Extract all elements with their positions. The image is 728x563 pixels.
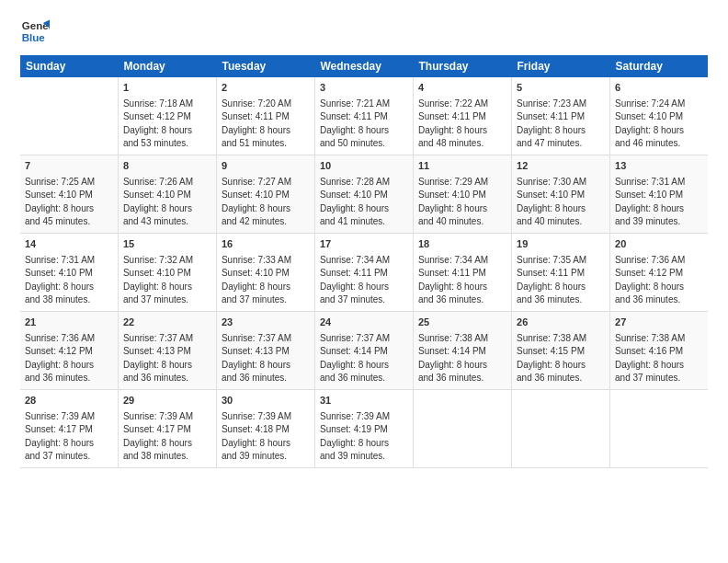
cell-week3-day4: 25Sunrise: 7:38 AMSunset: 4:14 PMDayligh… (414, 311, 512, 389)
cell-content: Sunrise: 7:33 AMSunset: 4:10 PMDaylight:… (222, 254, 310, 307)
cell-line: and 47 minutes. (517, 137, 605, 151)
cell-content: Sunrise: 7:37 AMSunset: 4:14 PMDaylight:… (320, 332, 408, 385)
cell-week1-day2: 9Sunrise: 7:27 AMSunset: 4:10 PMDaylight… (216, 155, 314, 233)
cell-line: Sunrise: 7:38 AM (615, 332, 703, 346)
cell-line: Sunrise: 7:26 AM (123, 176, 211, 190)
calendar-body: 1Sunrise: 7:18 AMSunset: 4:12 PMDaylight… (20, 77, 708, 467)
cell-content: Sunrise: 7:23 AMSunset: 4:11 PMDaylight:… (517, 98, 605, 151)
cell-line: Sunset: 4:10 PM (320, 189, 408, 202)
cell-line: Daylight: 8 hours (123, 202, 211, 216)
cell-line: and 36 minutes. (517, 372, 605, 385)
cell-week1-day6: 13Sunrise: 7:31 AMSunset: 4:10 PMDayligh… (610, 155, 708, 233)
cell-line: Daylight: 8 hours (25, 437, 113, 451)
cell-week3-day6: 27Sunrise: 7:38 AMSunset: 4:16 PMDayligh… (610, 311, 708, 389)
cell-week1-day0: 7Sunrise: 7:25 AMSunset: 4:10 PMDaylight… (20, 155, 118, 233)
cell-week4-day5 (512, 389, 610, 467)
cell-line: and 36 minutes. (123, 372, 211, 385)
cell-week0-day6: 6Sunrise: 7:24 AMSunset: 4:10 PMDaylight… (610, 77, 708, 155)
cell-week1-day4: 11Sunrise: 7:29 AMSunset: 4:10 PMDayligh… (414, 155, 512, 233)
header-row: SundayMondayTuesdayWednesdayThursdayFrid… (20, 55, 708, 77)
cell-week4-day2: 30Sunrise: 7:39 AMSunset: 4:18 PMDayligh… (216, 389, 314, 467)
day-number: 10 (320, 159, 408, 174)
col-header-wednesday: Wednesday (314, 55, 413, 77)
cell-content: Sunrise: 7:20 AMSunset: 4:11 PMDaylight:… (222, 98, 310, 151)
cell-content: Sunrise: 7:25 AMSunset: 4:10 PMDaylight:… (25, 176, 113, 229)
cell-line: Sunset: 4:10 PM (25, 189, 113, 202)
cell-line: Daylight: 8 hours (320, 281, 408, 294)
day-number: 21 (25, 316, 113, 330)
day-number: 1 (123, 81, 211, 96)
cell-line: and 36 minutes. (320, 372, 408, 385)
cell-line: Sunrise: 7:39 AM (320, 410, 408, 424)
cell-line: Daylight: 8 hours (320, 437, 408, 451)
day-number: 25 (418, 316, 506, 330)
col-header-tuesday: Tuesday (216, 55, 314, 77)
day-number: 20 (615, 237, 703, 252)
cell-line: Sunrise: 7:29 AM (418, 176, 506, 190)
cell-line: Sunset: 4:11 PM (320, 110, 408, 124)
day-number: 22 (123, 316, 211, 330)
cell-line: Sunrise: 7:39 AM (222, 410, 310, 424)
col-header-monday: Monday (118, 55, 216, 77)
cell-line: Daylight: 8 hours (222, 359, 310, 373)
cell-line: and 42 minutes. (222, 215, 310, 229)
cell-week2-day2: 16Sunrise: 7:33 AMSunset: 4:10 PMDayligh… (216, 233, 314, 311)
cell-week0-day4: 4Sunrise: 7:22 AMSunset: 4:11 PMDaylight… (414, 77, 512, 155)
cell-line: Sunset: 4:15 PM (517, 345, 605, 359)
cell-week0-day3: 3Sunrise: 7:21 AMSunset: 4:11 PMDaylight… (314, 77, 413, 155)
cell-line: Sunrise: 7:31 AM (615, 176, 703, 190)
cell-line: Sunset: 4:17 PM (123, 423, 211, 437)
cell-line: and 36 minutes. (222, 372, 310, 385)
cell-line: Daylight: 8 hours (517, 281, 605, 294)
cell-line: Sunrise: 7:33 AM (222, 254, 310, 268)
cell-week1-day3: 10Sunrise: 7:28 AMSunset: 4:10 PMDayligh… (314, 155, 413, 233)
day-number: 13 (615, 159, 703, 174)
cell-line: Daylight: 8 hours (320, 124, 408, 138)
cell-line: Sunset: 4:10 PM (222, 189, 310, 202)
cell-line: and 39 minutes. (222, 450, 310, 464)
cell-line: Sunrise: 7:36 AM (615, 254, 703, 268)
day-number: 29 (123, 394, 211, 408)
cell-line: Daylight: 8 hours (123, 437, 211, 451)
cell-content: Sunrise: 7:36 AMSunset: 4:12 PMDaylight:… (615, 254, 703, 307)
day-number: 27 (615, 316, 703, 330)
cell-content: Sunrise: 7:38 AMSunset: 4:15 PMDaylight:… (517, 332, 605, 385)
cell-line: and 37 minutes. (123, 293, 211, 307)
cell-line: Daylight: 8 hours (123, 124, 211, 138)
cell-line: Sunrise: 7:31 AM (25, 254, 113, 268)
week-row-0: 1Sunrise: 7:18 AMSunset: 4:12 PMDaylight… (20, 77, 708, 155)
cell-line: Sunrise: 7:30 AM (517, 176, 605, 190)
cell-line: Sunset: 4:12 PM (615, 267, 703, 281)
cell-content: Sunrise: 7:35 AMSunset: 4:11 PMDaylight:… (517, 254, 605, 307)
cell-line: and 45 minutes. (25, 215, 113, 229)
cell-line: and 40 minutes. (418, 215, 506, 229)
cell-line: Daylight: 8 hours (517, 202, 605, 216)
cell-content: Sunrise: 7:30 AMSunset: 4:10 PMDaylight:… (517, 176, 605, 229)
cell-line: and 43 minutes. (123, 215, 211, 229)
cell-line: Sunrise: 7:34 AM (320, 254, 408, 268)
cell-content: Sunrise: 7:24 AMSunset: 4:10 PMDaylight:… (615, 98, 703, 151)
cell-week2-day5: 19Sunrise: 7:35 AMSunset: 4:11 PMDayligh… (512, 233, 610, 311)
cell-line: Sunrise: 7:25 AM (25, 176, 113, 190)
cell-week2-day6: 20Sunrise: 7:36 AMSunset: 4:12 PMDayligh… (610, 233, 708, 311)
cell-week3-day0: 21Sunrise: 7:36 AMSunset: 4:12 PMDayligh… (20, 311, 118, 389)
cell-line: Sunset: 4:10 PM (615, 189, 703, 202)
logo-icon: General Blue (20, 17, 50, 46)
cell-content: Sunrise: 7:37 AMSunset: 4:13 PMDaylight:… (222, 332, 310, 385)
day-number: 26 (517, 316, 605, 330)
day-number: 24 (320, 316, 408, 330)
cell-line: and 36 minutes. (418, 372, 506, 385)
cell-line: Sunrise: 7:36 AM (25, 332, 113, 346)
cell-week4-day6 (610, 389, 708, 467)
day-number: 18 (418, 237, 506, 252)
cell-week4-day4 (414, 389, 512, 467)
cell-line: Daylight: 8 hours (615, 202, 703, 216)
cell-line: Sunrise: 7:38 AM (517, 332, 605, 346)
cell-content: Sunrise: 7:39 AMSunset: 4:19 PMDaylight:… (320, 410, 408, 464)
cell-line: and 50 minutes. (320, 137, 408, 151)
cell-line: and 36 minutes. (25, 372, 113, 385)
day-number: 3 (320, 81, 408, 96)
cell-line: Sunrise: 7:37 AM (123, 332, 211, 346)
cell-content: Sunrise: 7:31 AMSunset: 4:10 PMDaylight:… (25, 254, 113, 307)
logo: General Blue (20, 17, 50, 46)
